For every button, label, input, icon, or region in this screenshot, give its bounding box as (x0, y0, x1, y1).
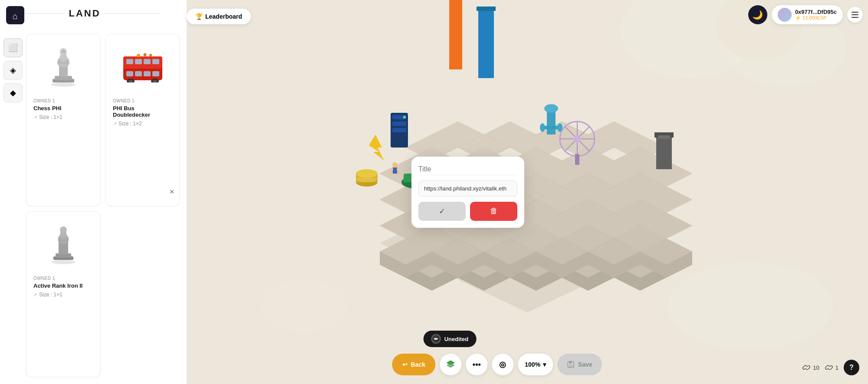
exp-lightning-icon: ⚡ (795, 15, 801, 20)
cube-icon: ⬜ (8, 43, 18, 53)
wallet-address: 0x977f...DfD95c (795, 9, 837, 15)
svg-point-25 (153, 80, 157, 82)
sidebar: ⬜ ◈ ◆ LAND × (0, 0, 187, 384)
link-icon-2 (825, 363, 833, 372)
link-count-value-2: 1 (835, 364, 838, 371)
unedited-badge: ✏ Unedited (424, 331, 477, 347)
menu-button[interactable] (847, 7, 863, 23)
link-icon-1 (802, 363, 811, 372)
menu-line-2 (852, 14, 858, 15)
list-item[interactable]: OWNED 1 PHI Bus Doubledecker ↗ Size : 1×… (105, 34, 180, 206)
wallet-info: 0x977f...DfD95c ⚡ 13,000EXP (772, 5, 843, 24)
iron-svg (48, 225, 79, 264)
svg-point-2 (51, 82, 76, 87)
moon-icon: 🌙 (752, 10, 763, 20)
bus-svg (121, 52, 164, 82)
popup-dialog: ✓ 🗑 (411, 157, 524, 228)
save-button[interactable]: Save (557, 354, 602, 375)
svg-point-114 (403, 116, 406, 118)
svg-point-37 (60, 226, 67, 233)
resize-icon: ↗ (33, 115, 37, 120)
back-arrow-icon: ↩ (402, 361, 408, 368)
save-icon (567, 361, 575, 368)
bottom-right-icons: 10 1 ? (802, 360, 859, 375)
svg-point-27 (143, 53, 146, 56)
svg-point-135 (392, 162, 398, 167)
wallet-exp: ⚡ 13,000EXP (795, 15, 837, 21)
layers-button[interactable] (440, 354, 461, 375)
bottom-toolbar: ↩ Back ••• ◎ 100% ▾ Save (392, 354, 602, 375)
question-mark-icon: ? (849, 364, 854, 371)
sidebar-diamond-button[interactable]: ◆ (3, 83, 23, 102)
trophy-icon: 🏆 (195, 13, 203, 20)
svg-rect-18 (126, 71, 133, 76)
svg-rect-145 (569, 361, 572, 364)
layers-icon (446, 360, 455, 369)
svg-point-134 (356, 169, 378, 178)
popup-title-input[interactable] (418, 164, 517, 175)
phi-logo: ⌂ (6, 6, 24, 24)
sidebar-icon-group: ⬜ ◈ ◆ (0, 35, 26, 106)
size-value: Size : 1×1 (39, 292, 62, 298)
checkmark-icon: ✓ (439, 207, 445, 216)
sidebar-layers-button[interactable]: ◈ (3, 61, 23, 80)
item-size: ↗ Size : 1×1 (33, 292, 93, 298)
zoom-button[interactable]: 100% ▾ (518, 354, 553, 375)
item-owned-label: OWNED 1 (33, 98, 93, 103)
item-image-phi-bus (113, 41, 172, 93)
svg-rect-21 (152, 71, 159, 76)
size-value: Size : 1×2 (118, 121, 142, 127)
divider-right (104, 13, 161, 14)
item-name: Chess PHI (33, 105, 93, 112)
iso-land-svg (187, 0, 868, 384)
theme-toggle-button[interactable]: 🌙 (748, 5, 767, 24)
zoom-value: 100% (525, 361, 540, 368)
svg-rect-112 (392, 121, 406, 126)
sidebar-cube-button[interactable]: ⬜ (3, 38, 23, 57)
svg-rect-15 (135, 59, 142, 64)
svg-marker-143 (447, 363, 454, 368)
more-options-button[interactable]: ••• (466, 354, 487, 375)
svg-rect-17 (152, 59, 159, 64)
eye-icon: ◎ (499, 360, 506, 369)
link-count-2: 1 (825, 363, 838, 372)
layers-icon: ◈ (10, 66, 16, 75)
svg-point-127 (574, 135, 581, 142)
header: 🌙 0x977f...DfD95c ⚡ 13,000EXP (748, 5, 863, 24)
diamond-icon: ◆ (10, 88, 16, 98)
item-image-iron (33, 219, 93, 271)
item-size: ↗ Size : 1×1 (33, 114, 93, 120)
close-icon: × (170, 187, 174, 197)
avatar (778, 8, 792, 22)
item-image-chess-phi (33, 41, 93, 93)
svg-marker-129 (369, 135, 384, 161)
popup-delete-button[interactable]: 🗑 (470, 202, 517, 221)
back-button[interactable]: ↩ Back (392, 354, 435, 375)
svg-text:⌂: ⌂ (13, 11, 18, 21)
size-value: Size : 1×1 (39, 114, 62, 120)
pencil-icon: ✏ (431, 334, 441, 344)
svg-point-120 (540, 123, 545, 132)
leaderboard-button[interactable]: 🏆 Leaderboard (187, 9, 251, 24)
svg-point-118 (544, 104, 558, 113)
link-count-1: 10 (802, 363, 819, 372)
list-item[interactable]: OWNED 1 Active Rank Iron II ↗ Size : 1×1 (26, 211, 100, 377)
svg-rect-108 (478, 9, 494, 78)
item-size: ↗ Size : 1×2 (113, 121, 172, 127)
item-name: Active Rank Iron II (33, 282, 93, 289)
svg-rect-14 (126, 59, 133, 64)
popup-confirm-button[interactable]: ✓ (418, 202, 466, 221)
help-button[interactable]: ? (844, 360, 859, 375)
svg-rect-20 (144, 71, 151, 76)
list-item[interactable]: OWNED 1 Chess PHI ↗ Size : 1×1 (26, 34, 100, 206)
main-canvas (187, 0, 868, 384)
popup-url-input[interactable] (418, 181, 517, 197)
sidebar-title: LAND (69, 8, 100, 19)
svg-rect-109 (477, 7, 496, 11)
sidebar-close-button[interactable]: × (166, 186, 178, 198)
resize-icon: ↗ (113, 121, 117, 127)
view-button[interactable]: ◎ (492, 354, 513, 375)
item-owned-label: OWNED 1 (33, 276, 93, 281)
svg-rect-136 (393, 167, 397, 174)
resize-icon: ↗ (33, 292, 37, 298)
